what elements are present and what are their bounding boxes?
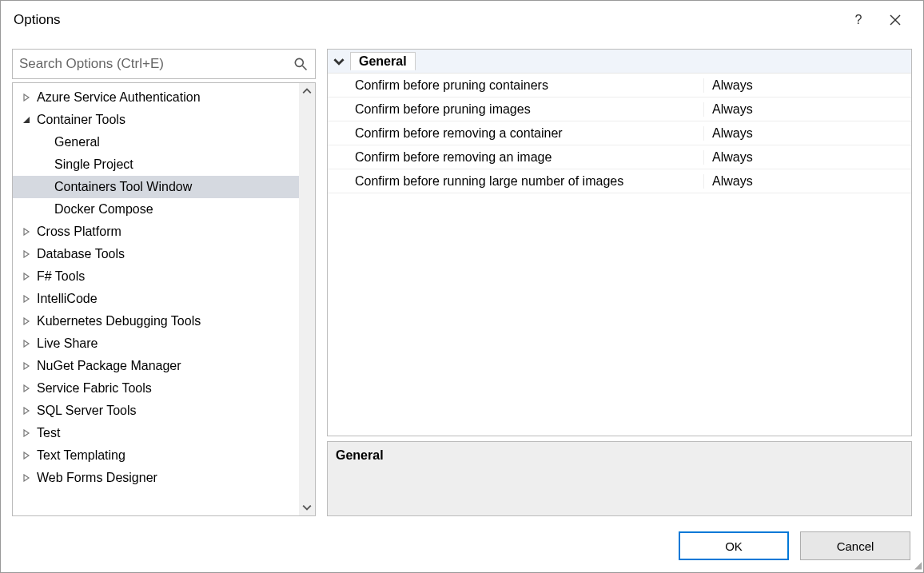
property-category-label: General [350,52,416,70]
tree-item[interactable]: Container Tools [13,109,299,131]
property-name: Confirm before removing an image [328,150,703,165]
property-row[interactable]: Confirm before pruning imagesAlways [328,97,911,121]
svg-marker-13 [24,385,29,392]
tree-item[interactable]: Containers Tool Window [13,176,299,198]
titlebar: Options ? [1,1,923,39]
property-value[interactable]: Always [703,126,911,141]
property-name: Confirm before running large number of i… [328,174,703,189]
tree-item[interactable]: IntelliCode [13,288,299,310]
svg-marker-5 [23,117,30,123]
tree-item[interactable]: Cross Platform [13,221,299,243]
property-row[interactable]: Confirm before removing an imageAlways [328,145,911,169]
tree-item[interactable]: Text Templating [13,444,299,467]
tree-item-label: Service Fabric Tools [37,381,152,396]
collapsed-arrow-icon [19,426,34,440]
tree-item-label: General [54,135,100,149]
tree-item[interactable]: Test [13,422,299,444]
tree-item[interactable]: Web Forms Designer [13,467,299,489]
svg-marker-4 [24,94,29,101]
property-row[interactable]: Confirm before pruning containersAlways [328,74,911,97]
tree-item[interactable]: Single Project [13,153,299,176]
tree-item[interactable]: NuGet Package Manager [13,355,299,377]
property-name: Confirm before pruning containers [328,78,703,93]
collapsed-arrow-icon [19,225,34,239]
tree-scrollbar[interactable] [299,83,315,515]
scroll-up-icon[interactable] [299,83,315,99]
search-box[interactable] [12,49,316,79]
tree-item-label: IntelliCode [37,292,98,306]
tree-item-label: Containers Tool Window [54,180,192,194]
tree-item[interactable]: Service Fabric Tools [13,377,299,400]
tree-item[interactable]: Kubernetes Debugging Tools [13,310,299,332]
options-tree: Azure Service AuthenticationContainer To… [12,82,316,516]
svg-marker-16 [24,452,29,459]
tree-item-label: SQL Server Tools [37,404,137,418]
property-description-title: General [336,448,384,462]
collapsed-arrow-icon [19,448,34,463]
tree-item-label: Database Tools [37,247,125,261]
cancel-button[interactable]: Cancel [800,531,910,560]
svg-marker-12 [24,363,29,369]
tree-item[interactable]: Database Tools [13,243,299,265]
property-value[interactable]: Always [703,150,911,165]
svg-marker-15 [24,430,29,436]
property-row[interactable]: Confirm before removing a containerAlway… [328,121,911,145]
tree-item-label: Container Tools [37,113,125,127]
window-title: Options [14,12,840,28]
property-value[interactable]: Always [703,102,911,117]
svg-marker-10 [24,318,29,324]
tree-item-label: Azure Service Authentication [37,90,201,105]
collapsed-arrow-icon [19,247,34,261]
property-row[interactable]: Confirm before running large number of i… [328,169,911,193]
chevron-down-icon [328,56,350,67]
help-button[interactable]: ? [840,8,877,32]
property-description-panel: General [327,441,912,516]
tree-item-label: Live Share [37,336,98,351]
property-category-header[interactable]: General [328,50,911,74]
tree-item[interactable]: Live Share [13,332,299,355]
tree-item-label: Text Templating [37,448,125,463]
collapsed-arrow-icon [19,381,34,396]
close-icon [890,14,901,26]
svg-marker-11 [24,340,29,347]
tree-item[interactable]: SQL Server Tools [13,400,299,422]
collapsed-arrow-icon [19,314,34,328]
svg-line-3 [303,66,307,70]
tree-item-label: Docker Compose [54,202,153,217]
svg-marker-7 [24,251,29,257]
svg-marker-8 [24,273,29,280]
ok-button[interactable]: OK [679,531,789,560]
property-name: Confirm before removing a container [328,126,703,141]
svg-marker-6 [24,229,29,235]
property-value[interactable]: Always [703,174,911,189]
property-name: Confirm before pruning images [328,102,703,117]
tree-item-label: Cross Platform [37,225,121,239]
collapsed-arrow-icon [19,292,34,306]
collapsed-arrow-icon [19,336,34,351]
close-button[interactable] [877,8,914,32]
svg-marker-14 [24,408,29,414]
property-value[interactable]: Always [703,78,911,93]
svg-marker-9 [24,296,29,302]
collapsed-arrow-icon [19,404,34,418]
tree-item[interactable]: F# Tools [13,265,299,288]
svg-point-2 [295,58,303,66]
search-icon [293,56,309,72]
scroll-down-icon[interactable] [299,499,315,515]
tree-item-label: Kubernetes Debugging Tools [37,314,201,328]
tree-item-label: Single Project [54,157,133,172]
search-input[interactable] [19,56,293,72]
collapsed-arrow-icon [19,359,34,373]
tree-item-label: Test [37,426,60,440]
resize-grip-icon[interactable]: ◢ [914,559,922,571]
collapsed-arrow-icon [19,90,34,105]
property-grid: General Confirm before pruning container… [327,49,912,436]
tree-item-label: F# Tools [37,269,85,284]
tree-item[interactable]: General [13,131,299,153]
expanded-arrow-icon [19,113,34,127]
tree-item[interactable]: Docker Compose [13,198,299,221]
tree-item-label: Web Forms Designer [37,471,157,485]
collapsed-arrow-icon [19,269,34,284]
tree-item[interactable]: Azure Service Authentication [13,86,299,109]
collapsed-arrow-icon [19,471,34,485]
